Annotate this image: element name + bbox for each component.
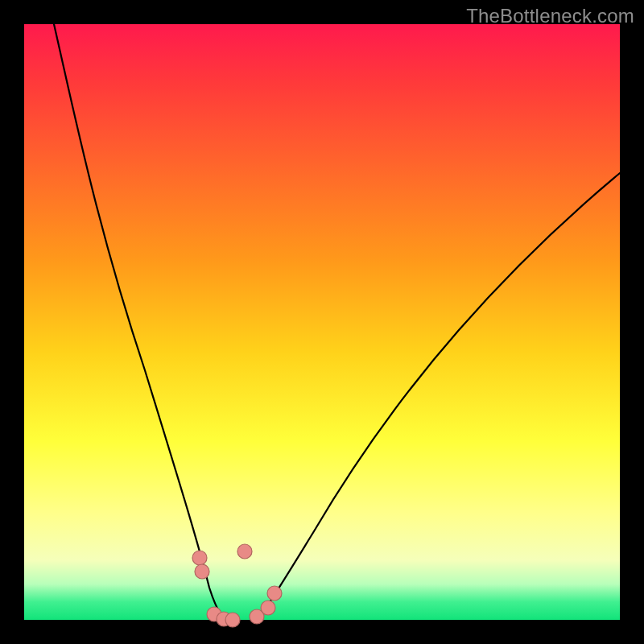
curve-right xyxy=(258,173,620,620)
data-point xyxy=(195,564,209,579)
data-point xyxy=(192,551,207,565)
data-point xyxy=(225,613,240,627)
curve-left xyxy=(54,24,225,620)
frame: TheBottleneck.com xyxy=(0,0,644,644)
data-point xyxy=(267,586,282,601)
data-point xyxy=(237,544,252,559)
plot-area xyxy=(24,24,620,620)
data-point xyxy=(261,601,275,615)
watermark-text: TheBottleneck.com xyxy=(466,5,634,27)
data-points xyxy=(192,544,282,627)
bottleneck-curve xyxy=(24,24,620,620)
